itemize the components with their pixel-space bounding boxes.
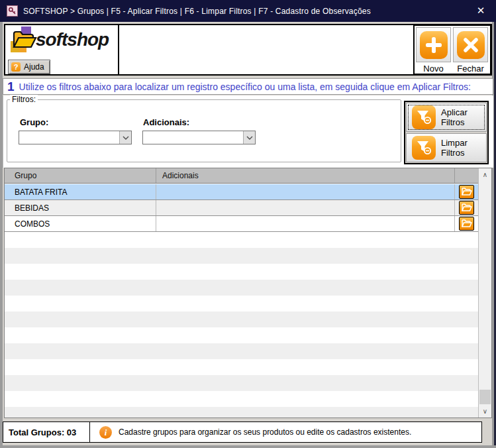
table-header-row: Grupo Adicionais	[5, 168, 478, 184]
help-button-label: Ajuda	[24, 62, 44, 72]
column-header-grupo[interactable]: Grupo	[5, 168, 156, 183]
scroll-up-icon[interactable]: ∧	[479, 168, 491, 181]
table-body: BATATA FRITA BEBIDAS	[5, 184, 478, 418]
app-window: SOFTSHOP > Grupos | F5 - Aplicar Filtros…	[0, 0, 496, 448]
table-row[interactable]: COMBOS	[5, 216, 478, 232]
header-actions-group: Novo Fechar	[413, 25, 491, 75]
logo-folder-icon	[11, 28, 38, 51]
close-button-label: Fechar	[453, 64, 488, 74]
header-divider	[118, 25, 119, 74]
hint-text: Cadastre grupos para organizar os seus p…	[119, 427, 411, 437]
grupo-filter-select[interactable]	[19, 131, 132, 144]
window-close-icon[interactable]: ✕	[475, 5, 487, 17]
open-record-button[interactable]	[459, 217, 474, 231]
chevron-down-icon[interactable]	[119, 131, 131, 144]
grupo-filter-label: Grupo:	[20, 117, 48, 127]
plus-icon	[420, 31, 448, 59]
row-actions-cell	[455, 184, 478, 199]
adicionais-filter-select[interactable]	[142, 131, 256, 144]
open-record-button[interactable]	[459, 185, 474, 199]
grupo-cell: COMBOS	[5, 216, 156, 231]
groups-table: Grupo Adicionais BATATA FRITA BEBID	[4, 168, 492, 418]
row-actions-cell	[455, 216, 478, 231]
new-button[interactable]	[416, 27, 451, 62]
open-record-button[interactable]	[459, 201, 474, 215]
funnel-icon	[412, 105, 436, 129]
filters-fieldset-label: Filtros:	[10, 95, 38, 104]
question-icon: ?	[11, 62, 21, 72]
clear-filters-button[interactable]: Limpar Filtros	[406, 133, 487, 162]
vertical-scrollbar[interactable]: ∧ ∨	[478, 168, 491, 418]
window-edge-bottom	[0, 445, 496, 448]
chevron-down-icon[interactable]	[243, 131, 255, 144]
logo-text: softshop	[36, 29, 109, 50]
adicionais-cell	[156, 200, 455, 215]
total-groups-label: Total Grupos: 03	[3, 422, 90, 442]
column-header-actions	[455, 168, 478, 183]
step-number: 1	[7, 80, 15, 94]
help-button[interactable]: ? Ajuda	[8, 60, 50, 74]
info-icon: i	[99, 426, 112, 439]
scrollbar-thumb[interactable]	[479, 390, 491, 404]
folder-icon	[461, 203, 472, 213]
access-key-icon	[7, 5, 18, 17]
instruction-bar: 1 Utilize os filtros abaixo para localiz…	[3, 78, 493, 95]
close-window-button[interactable]	[453, 27, 488, 62]
grupo-cell: BATATA FRITA	[5, 184, 156, 199]
table-row[interactable]: BATATA FRITA	[5, 184, 478, 200]
softshop-logo: softshop	[11, 27, 117, 58]
clear-filters-label: Limpar Filtros	[441, 138, 468, 158]
column-header-adicionais[interactable]: Adicionais	[156, 168, 455, 183]
folder-icon	[461, 187, 472, 197]
filter-buttons-box: Aplicar Filtros Limpar Filtros	[404, 101, 489, 164]
grupo-cell: BEBIDAS	[5, 200, 156, 215]
window-title: SOFTSHOP > Grupos | F5 - Aplicar Filtros…	[23, 7, 371, 16]
adicionais-cell	[156, 184, 455, 199]
adicionais-filter-label: Adicionais:	[143, 117, 189, 127]
adicionais-cell	[156, 216, 455, 231]
status-hint: i Cadastre grupos para organizar os seus…	[90, 426, 411, 439]
folder-icon	[461, 219, 472, 229]
title-bar: SOFTSHOP > Grupos | F5 - Aplicar Filtros…	[0, 0, 496, 22]
scroll-down-icon[interactable]: ∨	[479, 405, 491, 418]
new-button-label: Novo	[416, 64, 451, 74]
instruction-text: Utilize os filtros abaixo para localizar…	[19, 82, 471, 92]
table-row[interactable]: BEBIDAS	[5, 200, 478, 216]
x-icon	[457, 31, 485, 59]
apply-filters-label: Aplicar Filtros	[441, 107, 468, 127]
row-actions-cell	[455, 200, 478, 215]
status-bar: Total Grupos: 03 i Cadastre grupos para …	[3, 421, 482, 443]
apply-filters-button[interactable]: Aplicar Filtros	[406, 103, 487, 132]
funnel-minus-icon	[412, 136, 436, 160]
